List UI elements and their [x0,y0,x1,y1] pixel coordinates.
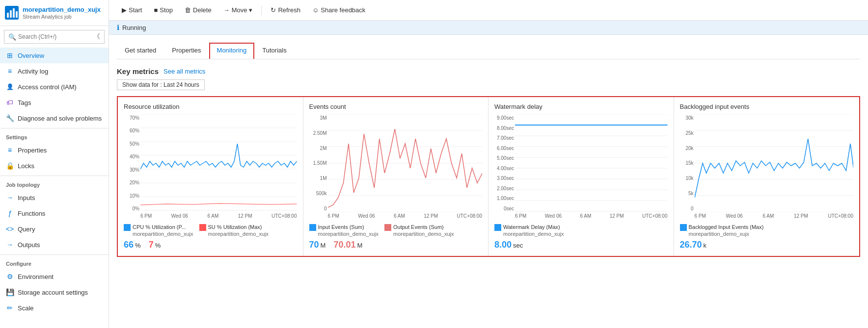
sidebar-label-overview: Overview [18,52,44,59]
sidebar-item-overview[interactable]: ⊞ Overview [0,48,108,63]
sidebar-label-query: Query [18,226,35,233]
chart-svg-resource [140,114,297,212]
sidebar-label-inputs: Inputs [18,194,35,202]
chart-title-resource: Resource utilization [124,103,297,110]
chart-svg-watermark [515,114,668,212]
legend-color-input-events [309,224,316,231]
sidebar-label-activity-log: Activity log [18,68,48,75]
tab-get-started[interactable]: Get started [117,43,164,59]
tab-properties[interactable]: Properties [164,43,209,59]
tab-monitoring[interactable]: Monitoring [209,43,255,59]
tabs: Get started Properties Monitoring Tutori… [117,43,860,59]
stop-label: Stop [160,6,173,14]
sidebar-item-properties[interactable]: ≡ Properties [0,142,108,158]
legend-color-cpu [124,224,131,231]
sidebar-item-activity-log[interactable]: ≡ Activity log [0,63,108,79]
chart-footer-events: Input Events (Sum) morepartition_demo_xu… [309,222,483,250]
section-configure: Configure [0,254,108,269]
legend-color-backlogged [680,224,687,231]
sidebar-label-outputs: Outputs [18,241,40,249]
start-label: Start [129,6,142,14]
svg-rect-1 [7,13,9,18]
charts-grid: Resource utilization 70% 60% 50% 40% 30%… [117,96,860,257]
search-box[interactable]: 🔍 《 [4,30,105,44]
share-feedback-label: Share feedback [321,6,365,14]
sidebar-item-storage-account[interactable]: 💾 Storage account settings [0,284,108,300]
chart-footer-resource: CPU % Utilization (P... morepartition_de… [124,222,297,250]
tags-icon: 🏷 [6,99,14,106]
resource-subtitle: Stream Analytics job [23,14,101,20]
metric-unit-output-events: M [357,242,363,249]
query-icon: <> [6,225,14,233]
move-icon: → [223,6,230,14]
refresh-label: Refresh [278,6,300,14]
sidebar-item-diagnose[interactable]: 🔧 Diagnose and solve problems [0,110,108,126]
sidebar-label-scale: Scale [18,304,34,312]
data-range-selector[interactable]: Show data for : Last 24 hours [117,79,205,90]
svg-rect-2 [10,10,12,18]
start-icon: ▶ [122,6,127,14]
key-metrics-title: Key metrics [117,67,159,76]
chart-events-count: Events count 3M 2.50M 2M 1.50M 1M 500k 0 [303,97,489,256]
content-area: Get started Properties Monitoring Tutori… [109,35,868,328]
metric-value-su: 7 [149,240,154,250]
see-all-metrics-link[interactable]: See all metrics [163,68,205,75]
toolbar: ▶ Start ■ Stop 🗑 Delete → Move ▾ ↻ Refre… [109,0,868,21]
sidebar-label-storage-account: Storage account settings [18,289,88,296]
metric-value-input-events: 70 [309,240,319,250]
search-icon: 🔍 [8,33,16,41]
delete-button[interactable]: 🗑 Delete [180,4,217,16]
sidebar-item-environment[interactable]: ⚙ Environment [0,269,108,284]
sidebar-label-functions: Functions [18,210,45,217]
refresh-button[interactable]: ↻ Refresh [266,4,305,16]
delete-icon: 🗑 [185,6,191,14]
status-text: Running [122,24,146,31]
delete-label: Delete [193,6,212,14]
legend-color-su [199,224,206,231]
sidebar-item-outputs[interactable]: → Outputs [0,237,108,252]
sidebar-header: morepartition_demo_xujx Stream Analytics… [0,0,108,26]
metric-value-watermark: 8.00 [494,240,512,250]
tab-tutorials[interactable]: Tutorials [254,43,294,59]
search-input[interactable] [18,33,91,40]
overview-icon: ⊞ [6,51,14,59]
metric-value-cpu: 66 [124,240,134,250]
refresh-icon: ↻ [271,6,276,14]
metric-value-backlogged: 26.70 [680,240,702,250]
sidebar-label-access-control: Access control (IAM) [18,83,77,91]
inputs-icon: → [6,194,14,202]
sidebar-item-functions[interactable]: ƒ Functions [0,205,108,221]
move-dropdown-icon: ▾ [249,6,252,14]
share-feedback-icon: ☺ [312,6,319,14]
chart-footer-watermark: Watermark Delay (Max) morepartition_demo… [494,222,668,250]
sidebar-item-access-control[interactable]: 👤 Access control (IAM) [0,79,108,95]
sidebar-item-inputs[interactable]: → Inputs [0,190,108,205]
data-range-value: Last 24 hours [163,81,199,88]
share-feedback-button[interactable]: ☺ Share feedback [307,4,370,16]
sidebar-label-environment: Environment [18,273,54,280]
sidebar-label-diagnose: Diagnose and solve problems [18,115,102,122]
locks-icon: 🔒 [6,162,14,170]
svg-rect-4 [16,11,18,18]
sidebar-item-scale[interactable]: ✏ Scale [0,300,108,316]
start-button[interactable]: ▶ Start [117,4,147,16]
move-button[interactable]: → Move ▾ [218,4,258,16]
properties-icon: ≡ [6,146,14,154]
sidebar-item-tags[interactable]: 🏷 Tags [0,95,108,110]
access-control-icon: 👤 [6,83,14,91]
svg-rect-3 [13,8,15,18]
status-bar: ℹ Running [109,21,868,35]
sidebar-label-locks: Locks [18,162,34,170]
toolbar-divider [261,5,262,15]
metric-unit-su: % [155,242,161,249]
chart-title-events: Events count [309,103,483,110]
data-range-label: Show data for : [122,81,162,88]
chart-resource-utilization: Resource utilization 70% 60% 50% 40% 30%… [118,97,303,256]
stop-button[interactable]: ■ Stop [149,4,178,16]
sidebar-item-query[interactable]: <> Query [0,221,108,237]
collapse-button[interactable]: 《 [93,32,100,41]
metric-unit-cpu: % [135,242,141,249]
chart-title-watermark: Watermark delay [494,103,668,110]
legend-color-watermark [494,224,501,231]
sidebar-item-locks[interactable]: 🔒 Locks [0,158,108,174]
